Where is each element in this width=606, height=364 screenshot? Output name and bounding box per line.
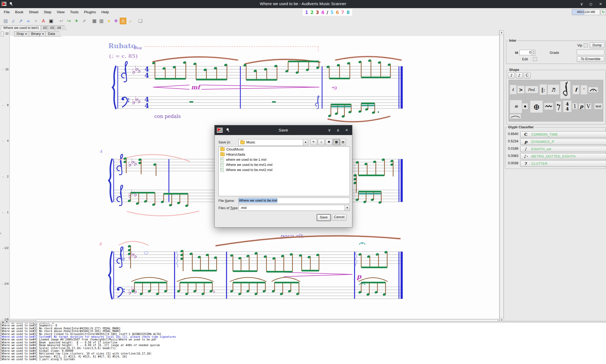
dynamic-p-shape[interactable]: p [579,103,584,109]
menu-sheet[interactable]: Sheet [26,8,41,14]
save-book-icon[interactable]: ▣ [48,18,54,24]
dialog-minimize-button[interactable]: ∨ [326,127,333,133]
menu-step[interactable]: Step [41,8,54,14]
menu-plugins[interactable]: Plugins [81,8,99,14]
vip-checkbox[interactable] [584,43,588,47]
dialog-close-button[interactable]: × [343,127,351,133]
classifier-shape-button[interactable]: ♪·METRO_DOTTED_EIGHTH [520,153,606,159]
save-button[interactable]: Save [317,214,331,221]
minimize-button[interactable]: ∨ [578,1,585,7]
to-ensemble-button[interactable]: To Ensemble [577,56,604,62]
edit-checkbox[interactable] [533,57,537,61]
split-vertical-icon[interactable]: ▥ [98,18,105,24]
memory-refresh-button[interactable]: ↻ [601,9,606,15]
menu-view[interactable]: View [54,8,67,14]
sheet-tab-4[interactable]: #4 [55,25,67,30]
voice-digit-/[interactable]: / [326,10,328,15]
file-row[interactable]: Where we used to be.mvt1.mxl [219,162,350,167]
accent-shape[interactable]: > [517,86,524,93]
file-row[interactable]: CloudMusic [219,147,350,152]
dump-button[interactable]: Dump [590,42,604,48]
voice-digit-8[interactable]: 8 [346,10,350,15]
book-music-icon[interactable]: ♫ [10,18,17,24]
add-icon[interactable]: + [73,18,80,24]
files-of-type-combo[interactable]: .mxl ▼ [238,205,350,211]
classifier-shape-button[interactable]: CCOMMON_TIME [520,131,606,137]
sheet-tab-1[interactable]: Where we used to be#1 [1,25,45,30]
classifier-shape-button[interactable]: pDYNAMICS_P [520,139,606,145]
treble-clef-shape[interactable] [560,81,570,99]
vertical-scrollbar[interactable]: ▲ ▼ [499,30,504,323]
voices-icon[interactable]: ♪♪ [127,18,133,24]
roman-v-shape[interactable]: V [586,103,591,109]
slur-shape[interactable] [510,114,521,119]
menu-book[interactable]: Book [12,8,26,14]
stop-icon[interactable]: × [32,18,39,24]
voice-digit-7[interactable]: 7 [341,10,344,15]
close-button[interactable]: × [597,1,604,7]
digit-one-shape[interactable]: 1 [572,103,577,109]
title-bar[interactable]: Where we used to be - Audiveris Music Sc… [0,0,606,8]
eighth-rest-shape[interactable] [556,101,561,112]
close-tab-icon[interactable]: × [42,32,44,35]
undo-icon[interactable]: ↩ [58,18,65,24]
beamed-notes-shape[interactable]: ♬ [548,85,559,94]
transcribe-icon[interactable]: » [25,18,32,24]
voice-number-strip[interactable]: 1234/5678 [303,9,352,16]
list-view-button[interactable]: ▤ [340,139,346,145]
recent-shape-eighth-1[interactable]: ♪ [508,72,515,78]
home-button[interactable]: ⌂ [318,139,325,145]
ball-icon[interactable]: ● [106,18,112,24]
maximize-button[interactable]: ◇ [587,1,594,7]
clean-sheet-icon[interactable]: ❏ [137,18,144,24]
save-dialog-title-bar[interactable]: Save ∨ ∧ × [215,125,352,135]
memory-indicator[interactable]: 495/1134 MB [572,9,600,15]
sharp-shape[interactable]: ♯ [510,85,516,94]
scroll-up-button[interactable]: ▲ [499,30,504,35]
vertical-scroll-thumb[interactable] [500,35,504,318]
voice-digit-4[interactable]: 4 [321,10,325,15]
export-book-icon[interactable]: ⇗ [17,18,24,24]
combo-arrow-icon[interactable]: ▼ [303,139,308,145]
fermata-shape[interactable] [588,87,598,92]
errors-icon[interactable]: ⚠ [120,18,126,24]
cancel-button[interactable]: Cancel [332,214,346,221]
voice-digit-1[interactable]: 1 [305,10,308,15]
menu-tools[interactable]: Tools [67,8,81,14]
recent-shape-common-time[interactable]: C [524,72,530,78]
up-folder-button[interactable]: ⬑ [310,139,317,145]
file-row[interactable]: Where we used to be.mvt2.mxl [219,167,350,172]
zoom-ruler[interactable]: ‹ 32–16–8–4–2–1–1/2–1/4–1/8– [0,30,10,323]
redo-icon[interactable]: ↪ [65,18,72,24]
recent-shape-eighth-2[interactable]: ♪ [516,72,523,78]
pdf-icon[interactable]: A [40,18,47,24]
close-tab-icon[interactable]: × [25,32,27,35]
dialog-maximize-button[interactable]: ∧ [334,127,342,133]
circle-x-notehead-shape[interactable]: ⊕ [530,101,543,113]
save-in-combo[interactable]: Music ▼ [238,139,308,146]
menu-file[interactable]: File [1,8,12,14]
classifier-shape-button[interactable]: ?CLUTTER [520,160,606,167]
file-name-input[interactable]: Where we used to be.mxl [238,198,350,204]
new-folder-button[interactable]: ✱ [325,139,332,145]
type-combo-arrow-icon[interactable]: ▼ [345,205,350,211]
voice-digit-6[interactable]: 6 [336,10,339,15]
id-spinner[interactable]: 0 [519,50,532,55]
augmentation-dot-shape[interactable]: ● [522,103,528,109]
forte-shape[interactable]: f [573,85,579,94]
classifier-shape-button[interactable]: ♪EIGHTH_set [520,146,606,152]
ruler-slider-marker[interactable]: ‹ [0,231,1,235]
palette-icon[interactable]: ❖ [113,18,119,24]
export-sheet-icon[interactable]: ⇗ [81,18,87,24]
repeat-barline-shape[interactable]: ‖: [540,84,547,95]
text-shape[interactable]: text [594,103,602,109]
breath-mark-shape[interactable]: ' [581,85,587,94]
id-spin-down-button[interactable]: ▼ [531,53,535,55]
voice-digit-5[interactable]: 5 [330,10,334,15]
grid-view-button[interactable]: ▦ [333,139,340,145]
key-sharps-shape[interactable]: ♯♯♯ [510,100,522,113]
file-row[interactable]: where we used to be-1.mxl [219,157,350,162]
time-four-four-shape[interactable]: 44 [563,101,571,112]
pedal-shape[interactable]: Ped. [525,86,538,93]
menu-help[interactable]: Help [99,8,112,14]
